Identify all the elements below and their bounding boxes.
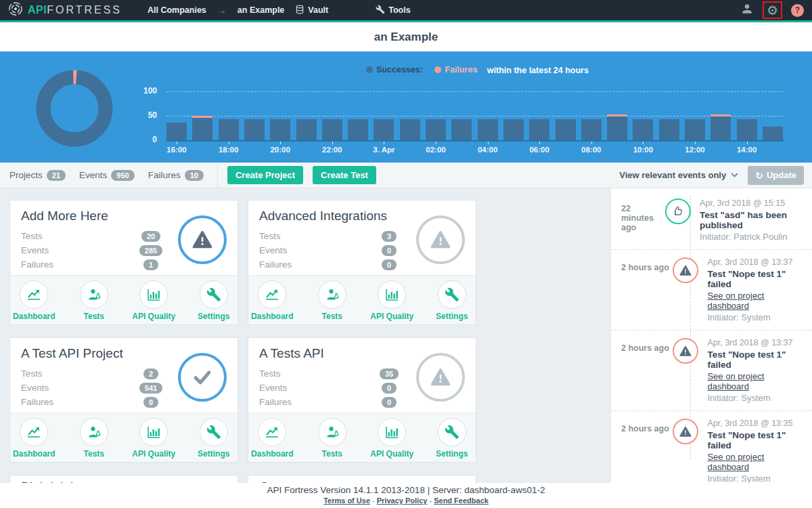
chart-bar [478, 119, 498, 140]
action-settings-button[interactable]: Settings [190, 280, 238, 324]
nav-an-example[interactable]: an Example [238, 5, 284, 15]
settings-wrench-icon [206, 287, 221, 302]
refresh-icon: ↻ [755, 170, 763, 181]
events-badge: 0 [382, 383, 397, 394]
user-icon[interactable] [740, 2, 754, 18]
project-actions: Dashboard Tests API Quality Settings [248, 275, 476, 324]
time-ago: 2 hours ago [621, 419, 673, 484]
page-footer: API Fortress Version 14.1.1 2013-2018 | … [0, 483, 812, 508]
action-settings-button[interactable]: Settings [428, 280, 476, 324]
project-actions: Dashboard Tests API Quality Settings [10, 412, 238, 462]
summary-chart-panel: Successes: Failures within the latest 24… [0, 51, 812, 163]
action-settings-button[interactable]: Settings [428, 418, 476, 462]
action-api-quality-button[interactable]: API Quality [130, 280, 178, 324]
stat-events[interactable]: Events 950 [79, 170, 135, 181]
top-navbar: APIFORTRESS All Companies → an Example V… [0, 0, 812, 22]
action-tests-button[interactable]: Tests [309, 280, 357, 324]
chart-bar-failure-cap [192, 116, 212, 118]
warning-triangle-icon [679, 345, 692, 358]
chevron-down-icon [731, 173, 738, 177]
action-api-quality-button[interactable]: API Quality [368, 418, 416, 462]
warning-triangle-icon [679, 425, 692, 438]
check-icon [190, 366, 215, 389]
footer-link[interactable]: Privacy Policy [377, 496, 428, 505]
x-tick-mark [539, 142, 540, 144]
action-tests-button[interactable]: Tests [70, 280, 118, 324]
breadcrumb-arrow-icon: → [217, 5, 227, 16]
count-badge: 10 [185, 170, 204, 181]
timeline-entry: 22 minutes ago Apr, 3rd 2018 @ 15:15 Tes… [611, 191, 812, 250]
chart-bar [219, 119, 239, 140]
action-dashboard-button[interactable]: Dashboard [248, 418, 296, 462]
chart-bar [296, 119, 317, 140]
action-tests-button[interactable]: Tests [309, 418, 357, 462]
action-tests-button[interactable]: Tests [70, 418, 118, 462]
events-filter-dropdown[interactable]: View relevant events only [619, 170, 738, 180]
event-date: Apr, 3rd 2018 @ 13:37 [707, 338, 805, 347]
nav-tools[interactable]: Tools [376, 5, 410, 16]
failures-badge: 0 [382, 259, 397, 270]
x-tick-mark [280, 142, 281, 144]
failures-badge: 0 [143, 397, 158, 408]
events-badge: 541 [139, 383, 162, 394]
action-dashboard-button[interactable]: Dashboard [248, 280, 296, 324]
navbar-right: ⚙ ? [740, 1, 804, 19]
version-line: API Fortress Version 14.1.1 2013-2018 | … [0, 485, 812, 495]
action-dashboard-button[interactable]: Dashboard [10, 280, 58, 324]
dashboard-chart-icon [264, 424, 280, 440]
x-tick-mark [436, 142, 436, 144]
see-on-project-dashboard-link[interactable]: See on project dashboard [707, 291, 805, 311]
chart-bar [503, 119, 524, 140]
create-project-button[interactable]: Create Project [227, 166, 303, 184]
create-test-button[interactable]: Create Test [313, 166, 376, 184]
nav-all-companies[interactable]: All Companies [148, 5, 206, 15]
stat-projects[interactable]: Projects 21 [9, 170, 66, 181]
warning-triangle-icon [429, 366, 452, 388]
action-api-quality-button[interactable]: API Quality [368, 280, 416, 324]
action-dashboard-button[interactable]: Dashboard [10, 418, 58, 462]
see-on-project-dashboard-link[interactable]: See on project dashboard [707, 371, 805, 391]
settings-wrench-icon [445, 425, 459, 440]
tests-person-icon [324, 287, 340, 303]
brand-logo[interactable]: APIFORTRESS [8, 1, 122, 19]
x-tick-mark [177, 142, 177, 144]
chart-bar [348, 119, 368, 140]
see-on-project-dashboard-link[interactable]: See on project dashboard [707, 452, 805, 472]
api-quality-bars-icon [384, 424, 400, 440]
chart-bar [426, 119, 446, 140]
chart-bar [244, 119, 265, 140]
update-button[interactable]: ↻ Update [748, 166, 804, 185]
chart-bar [374, 119, 394, 140]
project-card: Advanced Integrations Tests3 Events0 Fai… [248, 200, 476, 325]
projects-toolbar: Projects 21 Events 950 Failures 10 Creat… [0, 163, 812, 188]
settings-wrench-icon [206, 425, 221, 440]
warning-triangle-icon [191, 229, 214, 251]
action-settings-button[interactable]: Settings [190, 418, 238, 462]
nav-vault[interactable]: Vault [295, 5, 328, 16]
api-quality-bars-icon [145, 424, 162, 440]
published-hand-icon [671, 205, 685, 218]
x-axis-line [166, 140, 784, 142]
failures-badge: 0 [382, 397, 397, 408]
x-tick-mark [643, 142, 644, 144]
action-api-quality-button[interactable]: API Quality [130, 418, 178, 462]
x-tick-mark [747, 142, 748, 144]
gear-icon[interactable]: ⚙ [767, 4, 778, 17]
x-tick-mark [591, 142, 592, 144]
chart-bar [400, 119, 420, 140]
x-tick-mark [488, 142, 489, 144]
event-title: Test "asd" has been published [700, 210, 805, 230]
footer-link[interactable]: Terms of Use [323, 496, 370, 505]
event-date: Apr, 3rd 2018 @ 13:37 [707, 257, 805, 267]
warning-triangle-icon [679, 264, 692, 277]
fingerprint-logo-icon [8, 1, 23, 19]
event-initiator: Initiator: System [707, 473, 805, 484]
help-icon[interactable]: ? [791, 4, 804, 17]
stat-failures[interactable]: Failures 10 [148, 170, 204, 181]
chart-bar [556, 119, 576, 140]
project-actions: Dashboard Tests API Quality Settings [10, 275, 238, 324]
project-card: A Tests API Tests35 Events0 Failures0 Da… [248, 337, 476, 463]
footer-link[interactable]: Send Feedback [434, 496, 489, 505]
events-badge: 285 [139, 245, 162, 256]
chart-bar-failure-cap [607, 114, 627, 117]
